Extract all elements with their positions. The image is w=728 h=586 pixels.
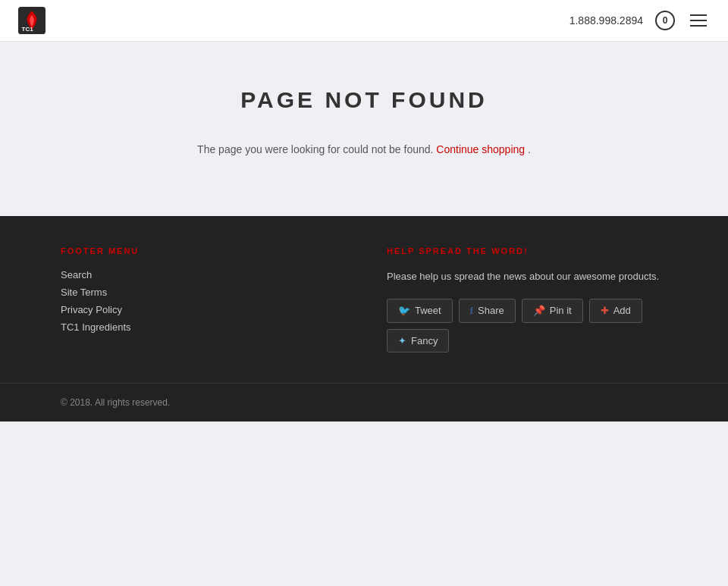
footer-link-ingredients[interactable]: TC1 Ingredients — [61, 321, 341, 333]
logo-icon: TC1 — [18, 7, 46, 34]
share-button[interactable]: f Share — [459, 299, 516, 323]
footer-spread-col: HELP SPREAD THE WORD! Please help us spr… — [387, 246, 667, 353]
facebook-icon: f — [470, 305, 473, 317]
pinit-label: Pin it — [550, 305, 572, 316]
add-button[interactable]: ✚ Add — [589, 299, 642, 323]
message-prefix: The page you were looking for could not … — [197, 143, 433, 155]
footer-menu-heading: FOOTER MENU — [61, 246, 341, 255]
footer-link-privacy[interactable]: Privacy Policy — [61, 304, 341, 315]
not-found-message: The page you were looking for could not … — [15, 143, 713, 155]
pinterest-icon: 📌 — [533, 305, 545, 316]
footer-spread-heading: HELP SPREAD THE WORD! — [387, 246, 667, 255]
fancy-button[interactable]: ✦ Fancy — [387, 329, 449, 353]
cart-count: 0 — [655, 11, 675, 30]
tweet-button[interactable]: 🐦 Tweet — [387, 299, 453, 323]
fancy-row: ✦ Fancy — [387, 329, 667, 353]
page-title: PAGE NOT FOUND — [15, 87, 713, 113]
twitter-icon: 🐦 — [398, 305, 410, 316]
tweet-label: Tweet — [415, 305, 441, 316]
pinit-button[interactable]: 📌 Pin it — [522, 299, 583, 323]
spread-description: Please help us spread the news about our… — [387, 269, 667, 285]
social-buttons-row: 🐦 Tweet f Share 📌 Pin it ✚ Add — [387, 299, 667, 323]
plus-icon: ✚ — [601, 305, 609, 316]
footer-link-site-terms[interactable]: Site Terms — [61, 287, 341, 298]
add-label: Add — [613, 305, 631, 316]
cart-button[interactable]: 0 — [655, 11, 675, 30]
hamburger-menu[interactable] — [687, 11, 710, 30]
main-content: PAGE NOT FOUND The page you were looking… — [0, 42, 728, 216]
hamburger-line-3 — [690, 25, 707, 27]
fancy-icon: ✦ — [398, 335, 406, 346]
header: TC1 1.888.998.2894 0 — [0, 0, 728, 42]
share-label: Share — [478, 305, 504, 316]
copyright-text: © 2018. All rights reserved. — [61, 397, 170, 408]
phone-number: 1.888.998.2894 — [570, 14, 643, 27]
hamburger-line-1 — [690, 14, 707, 16]
footer-link-search[interactable]: Search — [61, 269, 341, 280]
hamburger-line-2 — [690, 20, 707, 21]
footer-columns: FOOTER MENU Search Site Terms Privacy Po… — [0, 216, 728, 383]
footer-bottom: © 2018. All rights reserved. — [0, 383, 728, 421]
footer: FOOTER MENU Search Site Terms Privacy Po… — [0, 216, 728, 421]
footer-menu-col: FOOTER MENU Search Site Terms Privacy Po… — [61, 246, 341, 353]
svg-text:TC1: TC1 — [22, 26, 34, 33]
message-suffix: . — [528, 143, 531, 155]
logo[interactable]: TC1 — [18, 7, 46, 34]
header-right: 1.888.998.2894 0 — [570, 11, 710, 30]
continue-shopping-link[interactable]: Continue shopping — [436, 143, 525, 155]
fancy-label: Fancy — [411, 335, 438, 346]
